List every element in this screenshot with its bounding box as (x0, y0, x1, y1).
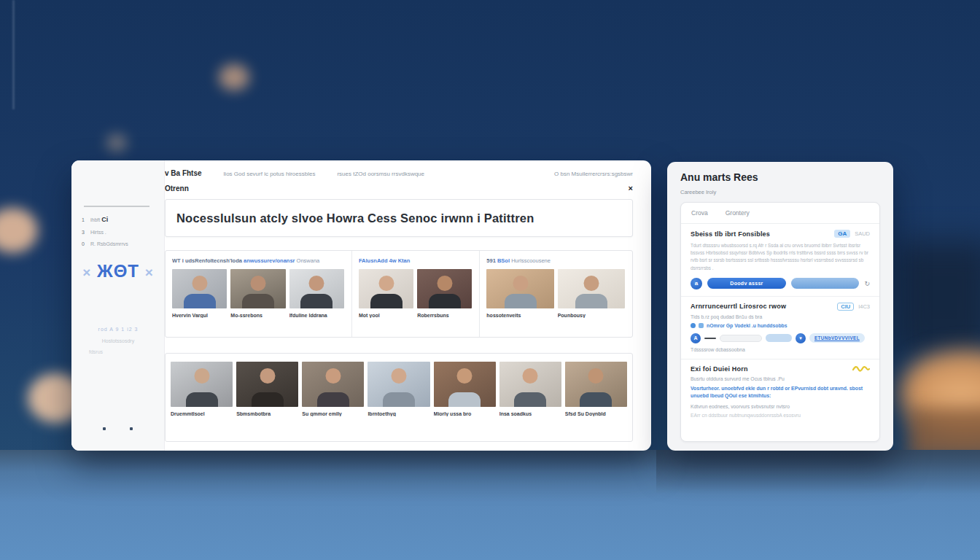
sidebar-divider (84, 206, 149, 207)
person-result[interactable]: Mo-ssrebons (230, 269, 285, 318)
tab-crova[interactable]: Crova (691, 209, 708, 217)
sidebar-footnotes: rod A 9 1 i2 3 Hostotssosdry fdsrus (80, 327, 156, 354)
primary-action-button[interactable]: Doodv asssr (707, 278, 786, 289)
person-photo (359, 269, 413, 308)
person-photo (558, 269, 625, 308)
secondary-action-button[interactable] (791, 278, 859, 289)
link-text[interactable]: nOmror Gp Vodekl .u hunddsobbs (707, 323, 788, 328)
pagination-dots[interactable] (71, 427, 164, 430)
group-header[interactable]: 591 BSol Hurlsscoousene (486, 257, 625, 264)
sidebar-item-label: Hirtss . (90, 230, 106, 235)
panel-title: Anu marts Rees (680, 171, 880, 183)
person-result[interactable]: Sbmsmbotbra (236, 362, 298, 441)
meta-text: SAUD (855, 230, 870, 237)
person-name: Mo-ssrebons (230, 313, 285, 318)
desk-shadow (656, 450, 980, 494)
dropdown-icon[interactable]: ▾ (796, 333, 806, 343)
group-header[interactable]: WT i udsRenfoltecnsh'Ioda anwussurev/ona… (172, 257, 344, 264)
person-photo (486, 269, 553, 308)
background-light-edge (12, 0, 15, 109)
sidebar-item[interactable]: 3 Hirtss . (82, 230, 158, 235)
dot[interactable] (130, 427, 133, 430)
sidebar-item[interactable]: 0 R. RsbGdsmrrvs (82, 241, 158, 246)
result-group: WT i udsRenfoltecnsh'Ioda anwussurev/ona… (166, 251, 351, 337)
tab-grontery[interactable]: Grontery (726, 209, 750, 217)
person-result[interactable]: Pounbousy (558, 269, 625, 318)
result-group: FAlusnAdd 4w Ktan Mot yool Roberrsbuns (351, 251, 479, 337)
person-result[interactable]: Miorly ussa bro (434, 362, 496, 441)
user-icon[interactable]: A (691, 333, 701, 343)
person-result[interactable]: Insa soadkus (499, 362, 561, 441)
nav-link[interactable]: rsues tZOd oorsmsu rrsvdkswque (337, 171, 424, 177)
sidebar-item-number: 1 (82, 217, 85, 222)
group-header[interactable]: FAlusnAdd 4w Ktan (359, 257, 472, 264)
person-photo (236, 362, 298, 407)
status-badge-outline: CIU (837, 303, 854, 311)
nav-brand[interactable]: v Ba Fhtse (165, 169, 202, 177)
dot[interactable] (103, 427, 106, 430)
link-row[interactable]: nOmror Gp Vodekl .u hunddsobbs (691, 323, 870, 328)
top-nav: v Ba Fhtse lios God sevurf ic potus hiro… (165, 169, 633, 177)
person-result[interactable]: Su gmmor emlly (302, 362, 364, 441)
section-description: Tdurt dtssssru wbusbsoorsd s.rq Afr r Ss… (691, 242, 870, 272)
refresh-icon[interactable]: ↻ (864, 280, 870, 287)
person-photo (289, 269, 344, 308)
section-title: Sbeiss tlb ibrt Fonsibles (691, 230, 830, 238)
page-header: Otrenn × (165, 184, 633, 192)
person-name: Sbmsmbotbra (236, 411, 298, 416)
card-section-3: Exi foi Duiei Horn Busrtu otddura survur… (681, 359, 879, 441)
sidebar: 1 ihbft Ci 3 Hirtss . 0 R. RsbGdsmrrvs ×… (71, 160, 165, 451)
person-photo (565, 362, 627, 407)
person-result[interactable]: hossotenveits (486, 269, 553, 318)
card-section-2: Arnrrunceurrtl Lirosroc rwow CIU I4C3 Ti… (681, 297, 879, 359)
person-result[interactable]: Sfsd Su Doynbld (565, 362, 627, 441)
person-result[interactable]: Mot yool (359, 269, 413, 318)
signature-squiggle-icon (852, 365, 870, 372)
sidebar-list: 1 ihbft Ci 3 Hirtss . 0 R. RsbGdsmrrvs (82, 216, 158, 253)
bokeh-light (106, 134, 127, 152)
search-input[interactable]: Nocesslulsun atcly slvoe Howra Cess Seno… (165, 199, 633, 237)
person-result[interactable]: Ibrntoethyg (368, 362, 429, 441)
text-field[interactable] (720, 335, 762, 342)
sidebar-item[interactable]: 1 ihbft Ci (82, 216, 158, 223)
section-subtext: Tids b.rz poq dudad Bn1u ds bra (691, 314, 870, 319)
settings-card: Crova Grontery Sbeiss tlb ibrt Fonsibles… (680, 202, 880, 442)
background-silhouette (893, 241, 980, 357)
section-subtext: Tdssssrow dcbassoobna (691, 347, 870, 352)
brand-logo[interactable]: × ЖΘТ × (79, 261, 158, 281)
logo-x-icon: × (82, 265, 91, 280)
thumbnail-row: Mot yool Roberrsbuns (359, 269, 472, 318)
sidebar-item-label: R. RsbGdsmrrvs (90, 241, 128, 246)
nav-link-right[interactable]: O bsn Msuilerrercrsrs:sgsbswr (554, 171, 633, 177)
meta-text: I4C3 (858, 303, 870, 310)
person-result[interactable]: Hvervin Vargul (172, 269, 227, 318)
person-photo (368, 362, 429, 407)
bokeh-light (0, 208, 38, 253)
control-row: A ▾ ETUNbVDVVVIVEL (691, 333, 870, 343)
avatar-icon[interactable]: a (691, 278, 702, 289)
person-result[interactable]: Ifduline Iddrana (289, 269, 344, 318)
logo-x-icon: × (145, 265, 154, 280)
person-result[interactable]: Druemmtlsoel (171, 362, 233, 441)
person-photo (172, 269, 227, 308)
person-name: Miorly ussa bro (434, 411, 496, 416)
person-photo (434, 362, 496, 407)
desktop: 1 ihbft Ci 3 Hirtss . 0 R. RsbGdsmrrvs ×… (0, 0, 980, 560)
toggle-pill[interactable] (766, 334, 792, 342)
slider-handle[interactable] (704, 338, 716, 339)
sidebar-note: rod A 9 1 i2 3 (80, 327, 156, 332)
section-title: Exi foi Duiei Horn (691, 365, 848, 373)
person-name: Pounbousy (558, 313, 625, 318)
status-badge: GA (834, 230, 850, 238)
section-subtext-faint: EArr cn ddstbuur nubtnunqwusddonrssbA es… (691, 413, 870, 418)
nav-link[interactable]: lios God sevurf ic potus hiroessbles (224, 171, 316, 177)
person-name: Druemmtlsoel (171, 411, 233, 416)
settings-panel-window: Anu marts Rees Careebee Iroly Crova Gron… (667, 162, 893, 451)
person-name: Insa soadkus (499, 411, 561, 416)
tracking-link[interactable]: ETUNbVDVVVIVEL (809, 333, 865, 343)
section-subtext: Kdtvrun eodnees, voorvurs svbvsnutsr nvt… (691, 404, 870, 409)
section-subtext: Busrtu otddura survurd me Ocus tblrus .P… (691, 376, 870, 381)
link-paragraph[interactable]: Vosrturheor. unoebfvd ekle dun r robtd o… (691, 385, 870, 400)
person-result[interactable]: Roberrsbuns (417, 269, 472, 318)
tools-icon[interactable]: × (629, 184, 633, 192)
